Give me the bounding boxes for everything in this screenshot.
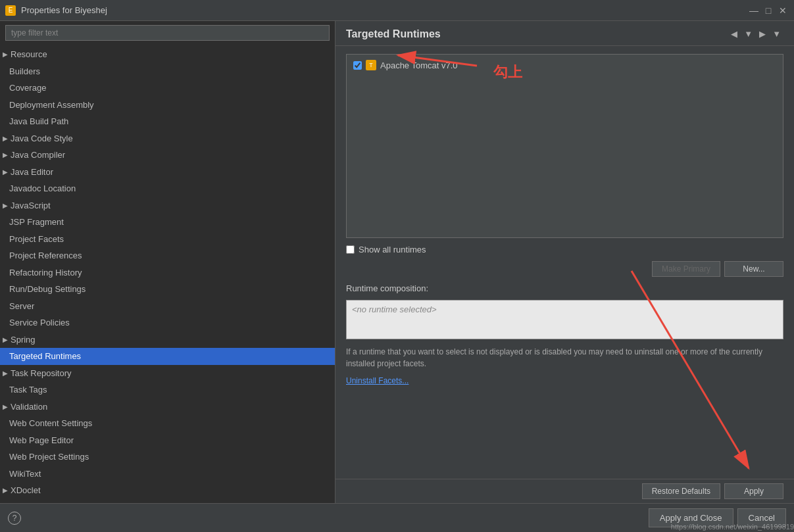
sidebar-item-label-web-project-settings: Web Project Settings [9, 450, 330, 464]
composition-label: Runtime composition: [346, 283, 783, 293]
sidebar-item-web-project-settings[interactable]: Web Project Settings [0, 448, 335, 466]
sidebar-item-javadoc-location[interactable]: Javadoc Location [0, 180, 335, 197]
app-icon: E [5, 5, 16, 16]
panel-title: Targeted Runtimes [346, 28, 441, 40]
apply-button[interactable]: Apply [724, 483, 783, 499]
forward-button[interactable]: ▶ [757, 28, 768, 40]
expand-arrow-xdoclet: ▶ [3, 485, 9, 495]
sidebar-item-label-deployment-assembly: Deployment Assembly [9, 99, 330, 112]
sidebar-item-task-repository[interactable]: ▶Task Repository [0, 365, 335, 382]
show-all-checkbox[interactable] [346, 245, 355, 254]
title-bar-controls: — □ ✕ [748, 5, 789, 16]
header-nav-icons: ◀ ▼ ▶ ▼ [728, 28, 783, 40]
sidebar-item-coverage[interactable]: Coverage [0, 80, 335, 97]
sidebar-item-label-web-content-settings: Web Content Settings [9, 417, 330, 430]
back-button[interactable]: ◀ [728, 28, 740, 40]
back-dropdown-button[interactable]: ▼ [741, 28, 755, 40]
runtime-listbox[interactable]: TApache Tomcat v7.0 [346, 54, 783, 238]
sidebar-item-label-java-code-style: Java Code Style [11, 132, 330, 145]
sidebar-item-jsp-fragment[interactable]: JSP Fragment [0, 214, 335, 231]
nav-list: ▶ResourceBuildersCoverageDeployment Asse… [0, 45, 335, 503]
runtime-checkbox-tomcat7[interactable] [353, 61, 362, 70]
sidebar-item-targeted-runtimes[interactable]: Targeted Runtimes [0, 348, 335, 365]
runtime-label-tomcat7: Apache Tomcat v7.0 [380, 60, 458, 70]
expand-arrow-java-compiler: ▶ [3, 150, 9, 160]
info-text-content: If a runtime that you want to select is … [346, 347, 762, 368]
sidebar-item-java-code-style[interactable]: ▶Java Code Style [0, 130, 335, 147]
show-all-row: Show all runtimes [346, 245, 783, 254]
uninstall-facets-link[interactable]: Uninstall Facets... [346, 376, 783, 385]
main-content: ▶ResourceBuildersCoverageDeployment Asse… [0, 21, 794, 503]
minimize-button[interactable]: — [748, 5, 760, 16]
close-button[interactable]: ✕ [777, 5, 789, 16]
sidebar-item-web-content-settings[interactable]: Web Content Settings [0, 415, 335, 432]
expand-arrow-validation: ▶ [3, 402, 9, 412]
sidebar-item-resource[interactable]: ▶Resource [0, 46, 335, 63]
title-bar: E Properties for Biyeshej — □ ✕ [0, 0, 794, 21]
composition-placeholder: <no runtime selected> [352, 304, 437, 314]
restore-defaults-button[interactable]: Restore Defaults [642, 483, 720, 499]
sidebar-item-label-project-references: Project References [9, 249, 330, 262]
runtime-buttons: Make Primary New... [346, 261, 783, 277]
right-header: Targeted Runtimes ◀ ▼ ▶ ▼ [335, 21, 794, 46]
sidebar-item-label-targeted-runtimes: Targeted Runtimes [9, 350, 330, 363]
sidebar-item-label-validation: Validation [11, 400, 330, 414]
sidebar-item-label-service-policies: Service Policies [9, 316, 330, 329]
footer-bar: ? Apply and Close Cancel [0, 503, 794, 532]
expand-arrow-task-repository: ▶ [3, 368, 9, 378]
help-button[interactable]: ? [8, 512, 21, 525]
sidebar-item-run-debug-settings[interactable]: Run/Debug Settings [0, 281, 335, 298]
sidebar-item-project-references[interactable]: Project References [0, 247, 335, 264]
expand-arrow-resource: ▶ [3, 49, 9, 59]
info-text: If a runtime that you want to select is … [346, 346, 783, 370]
sidebar-item-label-wikitext: WikiText [9, 468, 330, 481]
sidebar-item-label-builders: Builders [9, 65, 330, 78]
right-body: TApache Tomcat v7.0 Show all runtimes Ma… [335, 46, 794, 479]
apply-and-close-button[interactable]: Apply and Close [649, 508, 733, 527]
sidebar-item-deployment-assembly[interactable]: Deployment Assembly [0, 97, 335, 114]
sidebar-item-xdoclet[interactable]: ▶XDoclet [0, 482, 335, 499]
window-title: Properties for Biyeshej [21, 5, 748, 15]
sidebar-item-label-coverage: Coverage [9, 82, 330, 95]
sidebar-item-label-xdoclet: XDoclet [11, 484, 330, 497]
sidebar-item-refactoring-history[interactable]: Refactoring History [0, 264, 335, 281]
expand-arrow-spring: ▶ [3, 335, 9, 345]
sidebar-item-project-facets[interactable]: Project Facets [0, 231, 335, 248]
show-all-label[interactable]: Show all runtimes [359, 245, 426, 254]
forward-dropdown-button[interactable]: ▼ [770, 28, 783, 40]
sidebar-item-label-javascript: JavaScript [11, 199, 330, 212]
sidebar-item-label-web-page-editor: Web Page Editor [9, 434, 330, 447]
bottom-actions: Restore Defaults Apply [335, 479, 794, 503]
cancel-button[interactable]: Cancel [737, 508, 786, 527]
sidebar-item-label-task-tags: Task Tags [9, 383, 330, 397]
sidebar-item-label-javadoc-location: Javadoc Location [9, 182, 330, 195]
sidebar-item-label-jsp-fragment: JSP Fragment [9, 216, 330, 229]
sidebar-item-javascript[interactable]: ▶JavaScript [0, 197, 335, 214]
filter-input[interactable] [5, 25, 330, 41]
sidebar-item-label-java-editor: Java Editor [11, 166, 330, 179]
runtime-item-tomcat7[interactable]: TApache Tomcat v7.0 [351, 59, 779, 72]
sidebar-item-label-spring: Spring [11, 333, 330, 347]
sidebar-item-validation[interactable]: ▶Validation [0, 399, 335, 416]
sidebar-item-label-refactoring-history: Refactoring History [9, 266, 330, 279]
sidebar-item-label-java-compiler: Java Compiler [11, 149, 330, 162]
sidebar-item-service-policies[interactable]: Service Policies [0, 314, 335, 331]
new-button[interactable]: New... [724, 261, 783, 277]
left-panel: ▶ResourceBuildersCoverageDeployment Asse… [0, 21, 335, 503]
sidebar-item-label-run-debug-settings: Run/Debug Settings [9, 283, 330, 296]
sidebar-item-spring[interactable]: ▶Spring [0, 331, 335, 349]
sidebar-item-web-page-editor[interactable]: Web Page Editor [0, 432, 335, 449]
sidebar-item-builders[interactable]: Builders [0, 63, 335, 80]
right-panel: Targeted Runtimes ◀ ▼ ▶ ▼ TApache Tomcat… [335, 21, 794, 503]
sidebar-item-wikitext[interactable]: WikiText [0, 466, 335, 483]
composition-box: <no runtime selected> [346, 300, 783, 339]
sidebar-item-java-editor[interactable]: ▶Java Editor [0, 164, 335, 181]
sidebar-item-java-build-path[interactable]: Java Build Path [0, 113, 335, 130]
sidebar-item-java-compiler[interactable]: ▶Java Compiler [0, 147, 335, 164]
sidebar-item-server[interactable]: Server [0, 298, 335, 315]
make-primary-button[interactable]: Make Primary [652, 261, 720, 277]
maximize-button[interactable]: □ [762, 5, 774, 16]
sidebar-item-label-project-facets: Project Facets [9, 233, 330, 246]
sidebar-item-task-tags[interactable]: Task Tags [0, 381, 335, 399]
sidebar-item-label-resource: Resource [11, 48, 330, 61]
